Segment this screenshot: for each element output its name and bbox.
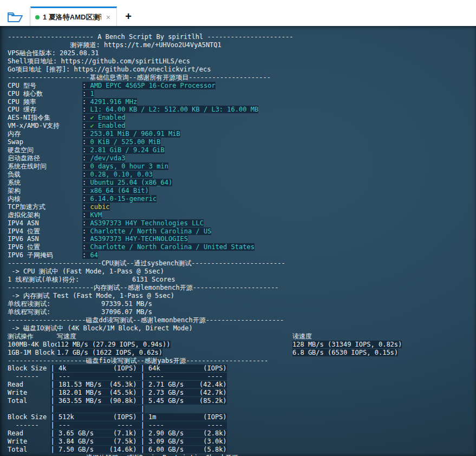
terminal-text-segment: 253.01 MiB / 960.91 MiB	[90, 130, 180, 138]
session-tab[interactable]: 1 夏洛特AMD区测试 ×	[30, 6, 117, 26]
terminal-text-segment: AS397373 H4Y Technologies LLC	[90, 219, 204, 227]
terminal-text-segment: | 4k (IOPS) | 64k (IOPS)	[50, 364, 226, 372]
terminal-text-segment: /dev/vda3	[90, 154, 125, 162]
terminal-line: | |	[8, 405, 476, 413]
terminal-line: Go项目地址 [推荐]: https://github.com/oneclick…	[8, 66, 476, 74]
terminal-line: Block Size | 4k (IOPS) | 64k (IOPS)	[8, 364, 476, 373]
terminal-text-segment: Enabled	[98, 114, 126, 121]
terminal-text-segment: Write	[8, 389, 50, 396]
terminal-line: Read | 181.53 MB/s (45.3k) | 2.71 GB/s (…	[8, 381, 476, 389]
terminal-text-segment: 2.81 GiB / 9.24 GiB	[90, 146, 164, 154]
field-label: 单线程读测试:	[8, 300, 101, 308]
terminal-text-segment: | 7.50 GB/s (14.6k) | 6.00 GB/s (5.8k)	[50, 446, 226, 453]
terminal-text-segment: :	[82, 90, 90, 97]
terminal-output[interactable]: ---------------------- A Bench Script By…	[0, 26, 476, 456]
terminal-line: 硬盘空间: 2.81 GiB / 9.24 GiB	[8, 146, 476, 154]
table-cell: 100MB-4K Block	[8, 341, 57, 349]
terminal-line: Total | 363.55 MB/s (90.8k) | 5.45 GB/s …	[8, 397, 476, 405]
terminal-line: --------------------磁盘fio读写测试--感谢yabs开源-…	[8, 357, 476, 365]
terminal-line: --------------------磁盘dd读写测试--感谢lemonben…	[8, 316, 476, 324]
terminal-line: ---------------------基础信息查询--感谢所有开源项目---…	[8, 74, 476, 82]
terminal-text-segment: 6131 Scores	[132, 276, 175, 283]
field-label: 单线程写测试:	[8, 308, 101, 316]
terminal-line: Write | 182.01 MB/s (45.5k) | 2.73 GB/s …	[8, 389, 476, 397]
terminal-text-segment: :	[82, 82, 90, 89]
field-label: 负载	[8, 171, 82, 179]
terminal-line: 单线程读测试:97339.51 MB/s	[8, 300, 476, 308]
terminal-text-segment: Read	[8, 429, 50, 437]
terminal-text-segment: VPS融合怪版本: 2025.08.31	[8, 49, 99, 57]
terminal-line: -> CPU 测试中 (Fast Mode, 1-Pass @ 5sec)	[8, 268, 476, 276]
field-label: IPV6 位置	[8, 243, 82, 251]
field-label: IPV4 位置	[8, 227, 82, 236]
tab-close-icon[interactable]: ×	[105, 13, 112, 22]
field-label: 启动盘路径	[8, 154, 82, 162]
terminal-text-segment: Block Size	[8, 364, 50, 372]
terminal-text-segment: 写速度	[57, 333, 76, 340]
terminal-line: 内存: 253.01 MiB / 960.91 MiB	[8, 130, 476, 138]
terminal-line: 内核: 6.14.0-15-generic	[8, 195, 476, 203]
terminal-line: 100MB-4K Block112 MB/s (27.29 IOPS, 0.94…	[8, 341, 476, 349]
terminal-line: IPV4 位置: Charlotte / North Carolina / US	[8, 227, 476, 236]
terminal-text-segment: Go项目地址 [推荐]: https://github.com/oneclick…	[8, 66, 211, 73]
terminal-text-segment: -> 内存测试 Test (Fast Mode, 1-Pass @ 5sec)	[8, 292, 174, 299]
terminal-line: -> 内存测试 Test (Fast Mode, 1-Pass @ 5sec)	[8, 292, 476, 300]
terminal-text-segment: :	[82, 130, 90, 138]
terminal-text-segment: | --- ---- | ---- ----	[50, 421, 226, 429]
open-folder-icon	[7, 10, 23, 23]
terminal-text-segment: x86_64 (64 Bit)	[90, 187, 148, 194]
terminal-text-segment: :	[82, 195, 90, 203]
table-cell: 写速度	[57, 333, 292, 341]
terminal-text-segment: 0.28, 0.10, 0.03	[90, 171, 153, 178]
terminal-text-segment: 128 MB/s (31349 IOPS, 0.82s)	[292, 341, 402, 348]
terminal-text-segment	[8, 405, 50, 413]
terminal-line: Read | 3.65 GB/s (7.1k) | 2.90 GB/s (2.8…	[8, 429, 476, 438]
terminal-text-segment: ------	[8, 421, 50, 429]
terminal-line: CPU 频率: 4291.916 MHz	[8, 98, 476, 106]
terminal-text-segment: :	[82, 171, 90, 178]
terminal-text-segment: --------------------磁盘dd读写测试--感谢lemonben…	[8, 316, 284, 324]
terminal-text-segment: :	[82, 251, 90, 259]
table-cell: 测试操作	[8, 333, 57, 341]
terminal-line: ----------------------内存测试--感谢lemonbench…	[8, 284, 476, 292]
app-window: { "colors": { "tab_accent_blue": "#1a82d…	[0, 0, 476, 456]
terminal-text-segment: Total	[8, 446, 50, 453]
terminal-text-segment: 读速度	[292, 333, 312, 340]
terminal-text-segment: :	[82, 219, 90, 227]
terminal-line: 系统: Ubuntu 25.04 (x86_64)	[8, 179, 476, 187]
field-label: 虚拟化架构	[8, 211, 82, 219]
terminal-text-segment: 1.7 GB/s (1622 IOPS, 0.62s)	[57, 349, 162, 356]
terminal-line: 启动盘路径: /dev/vda3	[8, 154, 476, 162]
terminal-line: Block Size | 512k (IOPS) | 1m (IOPS)	[8, 413, 476, 421]
terminal-text-segment: | 512k (IOPS) | 1m (IOPS)	[50, 413, 226, 421]
terminal-text-segment: 测评频道: https://t.me/+UHVoo2U4VyA5NTQ1	[8, 41, 221, 49]
tabbar-divider	[29, 7, 30, 26]
terminal-line: Swap: 0 KiB / 525.00 MiB	[8, 138, 476, 146]
terminal-line: ------------------------CPU测试--通过sysbenc…	[8, 259, 476, 268]
terminal-text-segment: ---------------------- A Bench Script By…	[8, 33, 293, 41]
terminal-line: ------ | --- ---- | ---- ----	[8, 373, 476, 381]
table-cell: 112 MB/s (27.29 IOPS, 0.94s))	[57, 341, 292, 349]
terminal-line: 虚拟化架构: KVM	[8, 211, 476, 219]
terminal-text-segment: | --- ---- | ---- ----	[50, 373, 226, 380]
terminal-text-segment: ----------------------内存测试--感谢lemonbench…	[8, 284, 279, 291]
terminal-text-segment: :	[82, 235, 90, 243]
terminal-text-segment: | 181.53 MB/s (45.3k) | 2.71 GB/s (42.4k…	[50, 381, 226, 388]
new-tab-button[interactable]: +	[121, 9, 135, 23]
terminal-text-segment: 0 KiB / 525.00 MiB	[90, 138, 160, 146]
terminal-text-segment: :	[82, 114, 90, 121]
terminal-text-segment: :	[82, 211, 90, 219]
terminal-text-segment: :	[82, 98, 90, 106]
field-label: 内核	[8, 195, 82, 203]
field-label: CPU 频率	[8, 98, 82, 106]
terminal-text-segment: | 3.84 GB/s (7.5k) | 3.09 GB/s (3.0k)	[50, 438, 226, 445]
terminal-text-segment: ✔	[90, 122, 97, 129]
terminal-text-segment: | 182.01 MB/s (45.5k) | 2.73 GB/s (42.7k…	[50, 389, 226, 396]
terminal-text-segment: :	[82, 162, 90, 170]
field-label: VM-x/AMD-V支持	[8, 122, 82, 130]
field-label: 内存	[8, 130, 82, 138]
terminal-text-segment: KVM	[90, 211, 102, 219]
folder-icon[interactable]	[5, 9, 25, 24]
field-label: 1 线程测试(单核)得分:	[8, 276, 132, 284]
terminal-text-segment: :	[82, 122, 90, 129]
